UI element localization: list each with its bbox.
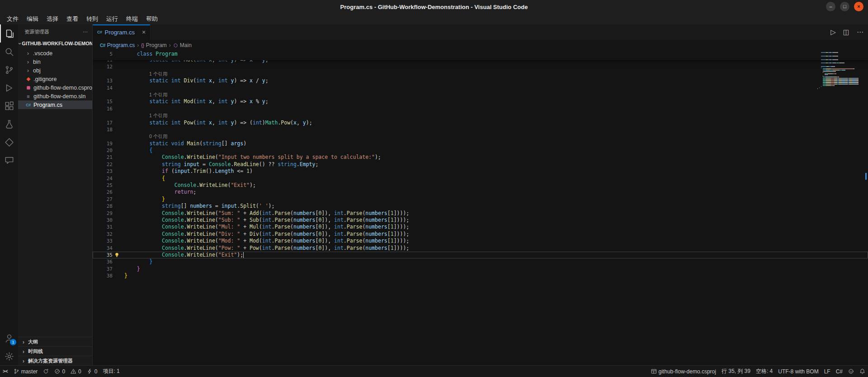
warnings-indicator[interactable]: 0 [68, 366, 84, 377]
testing-item[interactable] [0, 115, 18, 133]
codelens-row[interactable]: 1 个引用 [93, 112, 868, 119]
code-line[interactable]: 12 [93, 63, 868, 70]
codelens-row[interactable]: 1 个引用 [93, 71, 868, 77]
line-number[interactable]: 27 [93, 196, 113, 203]
line-number[interactable]: 28 [93, 203, 113, 210]
help-menu[interactable]: 帮助 [142, 14, 162, 24]
line-number[interactable]: 14 [93, 85, 113, 91]
view-menu[interactable]: 查看 [62, 14, 82, 24]
search-item[interactable] [0, 43, 18, 61]
code-line[interactable]: 27 } [93, 196, 868, 203]
tree-item-obj[interactable]: ›obj [18, 66, 92, 75]
breadcrumb-item[interactable]: {}Program [141, 42, 167, 48]
active-project[interactable]: github-flow-demo.csproj [648, 366, 719, 377]
feedback[interactable] [845, 366, 857, 377]
maximize-button[interactable]: □ [840, 2, 849, 11]
accounts-item[interactable]: 1 [0, 329, 18, 347]
code-line[interactable]: 28 string[] numbers = input.Split(' '); [93, 203, 868, 210]
code-line[interactable]: 17 static int Pow(int x, int y) => (int)… [93, 119, 868, 126]
more-actions-button[interactable]: ⋯ [857, 28, 863, 36]
edit-menu[interactable]: 编辑 [23, 14, 42, 24]
code-line[interactable]: 26 return; [93, 189, 868, 196]
run-menu[interactable]: 运行 [102, 14, 122, 24]
line-number[interactable]: 15 [93, 98, 113, 105]
line-number[interactable]: 24 [93, 175, 113, 182]
code-line[interactable]: 5 class Program [93, 51, 178, 57]
code-line[interactable]: 36 } [93, 258, 868, 265]
extensions-item[interactable] [0, 97, 18, 115]
tree-item-sln[interactable]: ≡github-flow-demo.sln [18, 92, 92, 100]
code-line[interactable]: 37 } [93, 266, 868, 272]
tab-program-cs[interactable]: C# Program.cs × [93, 24, 151, 40]
code-line[interactable]: 31 Console.WriteLine("Mul: " + Mul(int.P… [93, 224, 868, 230]
line-number[interactable]: 32 [93, 231, 113, 238]
codelens-references[interactable]: 1 个引用 [149, 113, 167, 118]
codelens-references[interactable]: 1 个引用 [149, 92, 167, 97]
code-line[interactable]: 35 Console.WriteLine("Exit"); [93, 252, 868, 258]
breadcrumb-item[interactable]: Main [173, 42, 192, 48]
code-line[interactable]: 20 { [93, 147, 868, 154]
line-number[interactable]: 16 [93, 105, 113, 112]
line-number[interactable]: 33 [93, 238, 113, 244]
selection-menu[interactable]: 选择 [42, 14, 62, 24]
project-root-row[interactable]: › GITHUB-WORKFLOW-DEMONST... [18, 39, 92, 48]
section-solution-explorer[interactable]: ›解决方案资源管理器 [18, 356, 92, 365]
code-line[interactable]: 19 static void Main(string[] args) [93, 140, 868, 147]
indentation[interactable]: 空格: 4 [753, 366, 775, 377]
encoding[interactable]: UTF-8 with BOM [775, 366, 821, 377]
line-number[interactable]: 29 [93, 210, 113, 217]
code-line[interactable]: 34 Console.WriteLine("Pow: " + Pow(int.P… [93, 245, 868, 252]
code-line[interactable]: 25 Console.WriteLine("Exit"); [93, 182, 868, 189]
source-control-item[interactable] [0, 61, 18, 79]
code-line[interactable]: 13 static int Div(int x, int y) => x / y… [93, 77, 868, 84]
file-menu[interactable]: 文件 [3, 14, 23, 24]
lightbulb-icon[interactable] [114, 252, 120, 258]
line-number[interactable]: 25 [93, 182, 113, 189]
settings-item[interactable] [0, 347, 18, 365]
code-line[interactable]: 24 { [93, 175, 868, 182]
eol[interactable]: LF [821, 366, 833, 377]
code-line[interactable]: 22 string input = Console.ReadLine() ?? … [93, 161, 868, 168]
branch-indicator[interactable]: master [11, 366, 41, 377]
line-number[interactable]: 36 [93, 258, 113, 265]
section-outline[interactable]: ›大纲 [18, 337, 92, 346]
line-number[interactable]: 18 [93, 126, 113, 133]
code-line[interactable]: 33 Console.WriteLine("Mod: " + Mod(int.P… [93, 238, 868, 244]
tab-close-icon[interactable]: × [142, 29, 146, 36]
line-number[interactable] [93, 133, 113, 140]
code-line[interactable]: 16 [93, 105, 868, 112]
code-line[interactable]: 32 Console.WriteLine("Div: " + Div(int.P… [93, 231, 868, 238]
code-line[interactable]: 38} [93, 272, 868, 279]
line-number[interactable] [93, 112, 113, 119]
line-number[interactable]: 22 [93, 161, 113, 168]
codelens-references[interactable]: 0 个引用 [149, 134, 167, 139]
notifications[interactable] [857, 366, 868, 377]
code-line[interactable]: 18 [93, 126, 868, 133]
comments-item[interactable] [0, 151, 18, 169]
sync-indicator[interactable] [40, 366, 52, 377]
line-number[interactable]: 38 [93, 272, 113, 279]
explorer-item[interactable] [0, 24, 18, 43]
sticky-scroll-line[interactable]: 5 class Program [93, 51, 868, 60]
code-line[interactable]: 30 Console.WriteLine("Sub: " + Sub(int.P… [93, 217, 868, 224]
tree-item-vscode[interactable]: ›.vscode [18, 49, 92, 57]
goto-menu[interactable]: 转到 [82, 14, 102, 24]
line-number[interactable]: 30 [93, 217, 113, 224]
split-editor-button[interactable]: ◫ [843, 28, 849, 36]
sponsor-item[interactable] [0, 133, 18, 151]
tree-item-gitignore[interactable]: .gitignore [18, 75, 92, 83]
close-button[interactable]: × [854, 2, 863, 11]
code-editor[interactable]: 11 static int Mul(int x, int y) => x * y… [93, 51, 868, 365]
line-number[interactable]: 5 [93, 51, 113, 57]
codelens-references[interactable]: 1 个引用 [149, 71, 167, 76]
minimize-button[interactable]: – [826, 2, 835, 11]
explorer-more-icon[interactable]: ⋯ [83, 29, 88, 35]
tree-item-csproj[interactable]: github-flow-demo.csproj [18, 83, 92, 92]
code-line[interactable]: 23 if (input.Trim().Length <= 1) [93, 168, 868, 175]
terminal-menu[interactable]: 终端 [122, 14, 142, 24]
line-number[interactable]: 12 [93, 63, 113, 70]
run-debug-item[interactable] [0, 79, 18, 97]
line-number[interactable]: 31 [93, 224, 113, 230]
code-line[interactable]: 14 [93, 85, 868, 91]
line-number[interactable]: 37 [93, 266, 113, 272]
